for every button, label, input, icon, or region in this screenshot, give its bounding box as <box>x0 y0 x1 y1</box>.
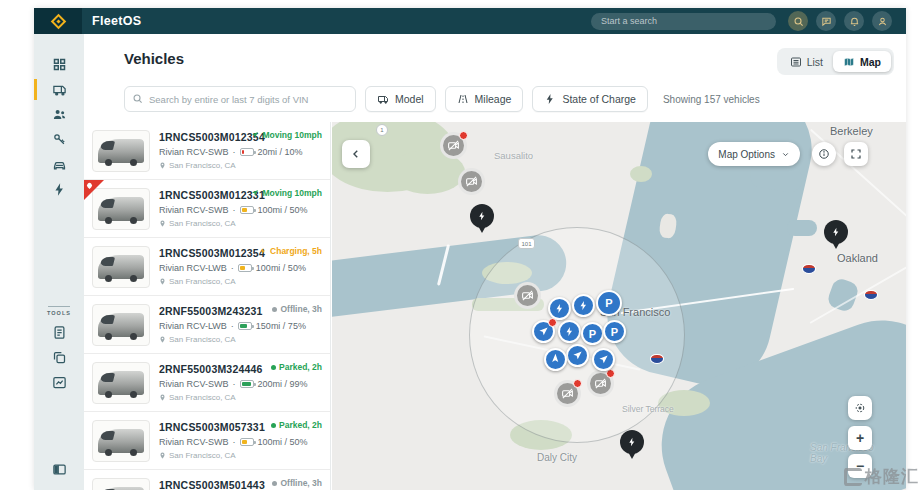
diamond-logo-icon <box>50 13 66 29</box>
battery-icon <box>240 148 254 156</box>
offline-cluster-marker[interactable] <box>554 380 581 407</box>
vehicle-thumbnail <box>92 246 150 288</box>
charging-station-pin[interactable] <box>620 430 644 460</box>
interstate-shield-icon <box>650 354 664 364</box>
nav-arrow-icon <box>598 354 609 365</box>
vehicle-location: San Francisco, CA <box>159 161 303 170</box>
pin-icon <box>159 394 166 401</box>
moving-arrow-icon <box>251 131 259 139</box>
vehicle-thumbnail <box>92 420 150 462</box>
mileage-road-icon <box>457 93 469 105</box>
watermark-logo <box>844 468 862 486</box>
sidebar-item-charging[interactable] <box>34 177 84 202</box>
brand-logo[interactable] <box>34 8 82 34</box>
vehicle-marker-moving[interactable] <box>532 320 555 343</box>
status-badge: Offline, 3h <box>272 304 322 314</box>
status-badge: Charging, 5h <box>259 246 322 256</box>
charging-station-pin[interactable] <box>470 204 494 234</box>
recenter-button[interactable] <box>848 396 872 420</box>
route-101-badge: 101 <box>518 238 535 249</box>
offline-cluster-marker[interactable] <box>458 168 485 195</box>
messages-button[interactable] <box>816 11 836 31</box>
vehicle-row[interactable]: 1RNCS5003M012354 Rivian RCV-SWB·20mi / 1… <box>84 122 330 180</box>
sidebar-item-keys[interactable] <box>34 127 84 152</box>
status-badge: Parked, 2h <box>271 420 322 430</box>
global-search-input[interactable] <box>591 13 776 30</box>
car-icon <box>52 157 67 172</box>
charging-station-pin[interactable] <box>824 220 848 250</box>
bell-icon <box>849 16 860 27</box>
vehicle-marker-parked[interactable]: P <box>603 320 626 343</box>
parked-dot-icon <box>271 365 276 370</box>
model-filter-button[interactable]: Model <box>365 86 436 112</box>
account-button[interactable] <box>872 11 892 31</box>
vehicle-thumbnail <box>92 304 150 346</box>
offline-cluster-marker[interactable] <box>514 282 541 309</box>
vehicle-meta: Rivian RCV-SWB·100mi / 50% <box>159 205 308 215</box>
view-toggle-map[interactable]: Map <box>833 51 891 72</box>
collapse-list-button[interactable] <box>342 140 370 168</box>
vehicle-marker-moving[interactable] <box>592 348 615 371</box>
vehicle-row[interactable]: 1RNCS5003M057331 Rivian RCV-SWB·100mi / … <box>84 412 330 470</box>
map-road <box>810 262 906 324</box>
vehicle-location: San Francisco, CA <box>159 393 308 402</box>
vehicle-thumbnail <box>92 478 150 490</box>
search-button[interactable] <box>788 11 808 31</box>
alert-pin-icon <box>86 182 93 189</box>
vehicle-location: San Francisco, CA <box>159 277 306 286</box>
state-of-charge-filter-button[interactable]: State of Charge <box>532 86 648 112</box>
sidebar-item-fleet[interactable] <box>34 152 84 177</box>
vehicle-meta: Rivian RCV-SWB·20mi / 10% <box>159 147 303 157</box>
bolt-icon <box>564 326 575 337</box>
vehicle-marker-moving[interactable] <box>566 344 589 367</box>
offline-dot-icon <box>272 307 277 312</box>
bolt-icon <box>544 93 556 105</box>
vehicle-row[interactable]: 2RNF55003M324446 Rivian RCV-SWB·200mi / … <box>84 354 330 412</box>
offline-cluster-marker[interactable] <box>587 370 614 397</box>
vehicle-marker-charging[interactable] <box>548 297 571 320</box>
document-icon <box>52 325 67 340</box>
status-badge: Moving 10mph <box>251 188 322 198</box>
map-options-button[interactable]: Map Options <box>708 142 800 166</box>
vehicle-marker-moving[interactable] <box>544 348 567 371</box>
vehicle-location: San Francisco, CA <box>159 335 306 344</box>
vehicle-marker-charging[interactable] <box>558 320 581 343</box>
sidebar-item-dashboard[interactable] <box>34 52 84 77</box>
offline-cluster-marker[interactable] <box>440 132 467 159</box>
vehicle-row[interactable]: 1RNCS5003M501443 Offline, 3h <box>84 470 330 490</box>
mileage-filter-button[interactable]: Mileage <box>445 86 524 112</box>
map-view-icon <box>843 56 855 68</box>
status-badge: Moving 10mph <box>251 130 322 140</box>
vehicle-marker-parked[interactable]: P <box>581 322 604 345</box>
sidebar-item-duplicates[interactable] <box>34 345 84 370</box>
vin-search <box>124 86 356 112</box>
collapse-sidebar-button[interactable] <box>34 457 84 482</box>
alert-badge <box>573 379 582 388</box>
vehicle-row[interactable]: 2RNF55003M243231 Rivian RCV-LWB·150mi / … <box>84 296 330 354</box>
vehicle-row[interactable]: 1RNCS5003M012331 Rivian RCV-SWB·100mi / … <box>84 180 330 238</box>
fullscreen-button[interactable] <box>844 142 868 166</box>
view-toggle-list[interactable]: List <box>780 51 833 72</box>
bolt-icon <box>52 182 67 197</box>
sidebar-item-reports[interactable] <box>34 320 84 345</box>
tools-label: TOOLS <box>34 310 84 316</box>
sidebar-item-vehicles[interactable] <box>34 77 84 102</box>
vin-search-input[interactable] <box>124 86 356 112</box>
zoom-in-button[interactable]: + <box>848 426 872 450</box>
map-label-sausalito: Sausalito <box>494 150 533 161</box>
battery-icon <box>238 322 252 330</box>
pin-icon <box>159 162 166 169</box>
vehicle-row[interactable]: 1RNCS5003M012354 Rivian RCV-LWB·100mi / … <box>84 238 330 296</box>
sidebar-item-analytics[interactable] <box>34 370 84 395</box>
chart-icon <box>52 375 67 390</box>
map-info-button[interactable] <box>812 142 836 166</box>
vehicle-marker-charging[interactable] <box>572 294 595 317</box>
map-label-berkeley: Berkeley <box>830 125 873 137</box>
map-canvas[interactable]: Berkeley Sausalito San Francisco Oakland… <box>332 122 906 490</box>
nav-arrow-icon <box>548 352 564 368</box>
van-icon <box>377 93 389 105</box>
vehicle-thumbnail <box>92 130 150 172</box>
sidebar-item-drivers[interactable] <box>34 102 84 127</box>
notifications-button[interactable] <box>844 11 864 31</box>
vehicle-marker-parked[interactable]: P <box>596 290 622 316</box>
